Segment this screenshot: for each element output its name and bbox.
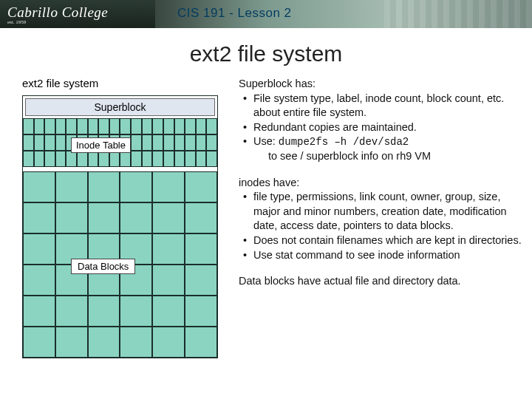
data-cell xyxy=(55,327,88,358)
inode-cell xyxy=(131,118,142,134)
inode-cell xyxy=(142,134,153,151)
superblock-bullet-1: File system type, label, inode count, bl… xyxy=(243,92,525,120)
inode-cell xyxy=(55,151,66,167)
data-cell xyxy=(152,233,185,265)
inode-cell xyxy=(174,151,185,167)
data-cell xyxy=(55,296,88,327)
inode-cell xyxy=(174,118,185,134)
inode-cell xyxy=(34,151,45,167)
inodes-bullet-2: Does not contain filenames which are kep… xyxy=(243,233,525,248)
data-blocks-area: Data Blocks xyxy=(23,171,217,358)
data-row xyxy=(23,171,217,202)
inode-row xyxy=(23,118,217,134)
header-banner: Cabrillo College est. 1959 CIS 191 - Les… xyxy=(0,0,532,28)
inode-cell xyxy=(185,134,196,151)
inode-cell xyxy=(152,118,163,134)
data-cell xyxy=(23,296,55,327)
data-cell xyxy=(120,202,152,233)
inode-cell xyxy=(163,151,174,167)
inode-table-area: Inode Table xyxy=(23,118,217,167)
sb3-prefix: Use: xyxy=(253,135,279,147)
data-cell xyxy=(55,171,88,202)
superblock-bullet-3: Use: dumpe2fs –h /dev/sda2 to see / supe… xyxy=(243,134,525,163)
logo-subtext: est. 1959 xyxy=(7,19,142,25)
inode-cell xyxy=(142,118,153,134)
data-cell xyxy=(185,296,217,327)
inode-cell xyxy=(206,134,217,151)
text-column: Superblock has: File system type, label,… xyxy=(239,77,525,358)
college-logo: Cabrillo College est. 1959 xyxy=(0,0,155,28)
inodes-section: inodes have: file type, permissions, lin… xyxy=(239,176,525,262)
inode-cell xyxy=(23,118,34,134)
data-cell xyxy=(23,265,55,296)
inode-cell xyxy=(109,118,120,134)
data-cell xyxy=(88,171,120,202)
inode-cell xyxy=(66,151,77,167)
inode-cell xyxy=(174,134,185,151)
inode-label-box: Inode Table xyxy=(71,137,131,153)
inode-cell xyxy=(88,118,99,134)
inode-cell xyxy=(23,151,34,167)
inode-cell xyxy=(206,151,217,167)
data-row xyxy=(23,327,217,358)
inode-cell xyxy=(88,151,99,167)
inode-cell xyxy=(131,151,142,167)
superblock-bullets: File system type, label, inode count, bl… xyxy=(239,92,525,164)
course-title: CIS 191 - Lesson 2 xyxy=(177,6,292,21)
inode-cell xyxy=(185,151,196,167)
inode-cell xyxy=(77,151,88,167)
inode-cell xyxy=(44,118,55,134)
superblock-section: Superblock has: File system type, label,… xyxy=(239,77,525,164)
inodes-heading: inodes have: xyxy=(239,176,525,191)
data-cell xyxy=(152,327,185,358)
datablocks-section: Data blocks have actual file and directo… xyxy=(239,274,525,289)
data-cell xyxy=(120,171,152,202)
diagram-column: ext2 file system Superblock Inode Table xyxy=(22,77,218,358)
inode-cell xyxy=(44,151,55,167)
data-cell xyxy=(23,327,55,358)
data-row xyxy=(23,202,217,233)
data-cell xyxy=(23,233,55,265)
data-cell xyxy=(185,265,217,296)
inode-cell xyxy=(23,134,34,151)
superblock-box: Superblock xyxy=(25,98,215,116)
inodes-bullet-3: Use stat command to see inode informatio… xyxy=(243,248,525,263)
inode-cell xyxy=(55,118,66,134)
inode-cell xyxy=(77,118,88,134)
inode-cell xyxy=(34,134,45,151)
inode-cell xyxy=(196,134,207,151)
slide-title: ext2 file system xyxy=(0,41,532,66)
data-cell xyxy=(88,327,120,358)
inode-cell xyxy=(131,134,142,151)
content-area: ext2 file system Superblock Inode Table xyxy=(0,77,532,358)
diagram-caption: ext2 file system xyxy=(22,77,218,89)
inode-cell xyxy=(185,118,196,134)
inode-cell xyxy=(55,134,66,151)
data-cell xyxy=(152,265,185,296)
inode-cell xyxy=(120,118,131,134)
header-columns-bg xyxy=(384,0,532,28)
inode-cell xyxy=(163,134,174,151)
data-cell xyxy=(120,296,152,327)
superblock-bullet-2: Redundant copies are maintained. xyxy=(243,120,525,135)
data-cell xyxy=(55,202,88,233)
inode-cell xyxy=(109,151,120,167)
sb3-tail: to see / superblock info on rh9 VM xyxy=(253,149,525,164)
inode-cell xyxy=(120,151,131,167)
inode-cell xyxy=(66,118,77,134)
inode-cell xyxy=(152,151,163,167)
inode-cell xyxy=(34,118,45,134)
inodes-bullet-1: file type, permissions, link count, owne… xyxy=(243,190,525,233)
data-cell xyxy=(88,202,120,233)
data-cell xyxy=(152,202,185,233)
inodes-bullets: file type, permissions, link count, owne… xyxy=(239,190,525,262)
superblock-heading: Superblock has: xyxy=(239,77,525,92)
inode-cell xyxy=(98,151,109,167)
data-cell xyxy=(23,202,55,233)
data-cell xyxy=(23,171,55,202)
fs-diagram: Superblock Inode Table xyxy=(22,95,218,358)
inode-cell xyxy=(142,151,153,167)
data-row xyxy=(23,296,217,327)
inode-cell xyxy=(163,118,174,134)
inode-cell xyxy=(44,134,55,151)
